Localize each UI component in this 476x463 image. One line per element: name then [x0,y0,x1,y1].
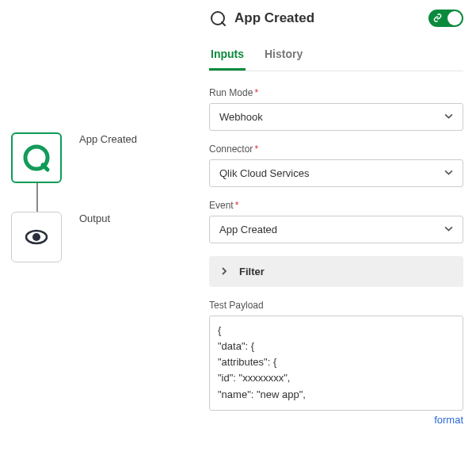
event-value: App Created [219,224,277,235]
format-link[interactable]: format [209,411,463,426]
qlik-icon [21,143,51,173]
connector-label-text: Connector [209,143,253,155]
event-select[interactable]: App Created [209,216,463,243]
connector-select[interactable]: Qlik Cloud Services [209,159,463,187]
qlik-icon-small [209,10,227,27]
filter-section[interactable]: Filter [209,256,463,287]
node-app-created-label: App Created [79,133,137,145]
field-connector: Connector* Qlik Cloud Services [209,143,463,187]
filter-label: Filter [239,266,265,277]
field-event: Event* App Created [209,200,463,243]
toggle-knob [447,11,462,25]
field-test-payload: Test Payload { "data": { "attributes": {… [209,300,463,426]
run-mode-select[interactable]: Webhook [209,103,463,131]
panel-title: App Created [234,10,421,26]
chevron-down-icon [444,112,453,122]
connector-line [36,183,38,212]
tab-inputs[interactable]: Inputs [209,41,246,71]
run-mode-label-text: Run Mode [209,87,253,98]
chevron-right-icon [220,267,228,277]
chevron-down-icon [444,168,453,178]
svg-point-3 [32,233,40,241]
required-indicator: * [235,200,239,211]
tab-history[interactable]: History [263,41,304,71]
properties-panel: App Created Inputs History Run Mode* Web… [198,0,474,463]
node-output[interactable] [11,212,62,262]
required-indicator: * [254,143,258,155]
event-label-text: Event [209,200,234,211]
chevron-down-icon [444,224,453,235]
node-app-created[interactable] [11,132,62,183]
connector-label: Connector* [209,143,463,155]
eye-icon [23,224,50,251]
workflow-canvas: App Created Output [0,0,198,463]
node-output-label: Output [79,212,110,224]
required-indicator: * [254,87,258,98]
run-mode-label: Run Mode* [209,87,463,98]
panel-header: App Created [209,10,463,27]
tabs: Inputs History [209,41,463,71]
run-mode-value: Webhook [219,111,263,123]
connector-value: Qlik Cloud Services [219,167,309,179]
test-payload-label: Test Payload [209,300,463,311]
field-run-mode: Run Mode* Webhook [209,87,463,131]
enabled-toggle[interactable] [428,10,463,27]
test-payload-textarea[interactable]: { "data": { "attributes": { "id": "xxxxx… [209,316,463,411]
link-icon [433,13,442,24]
event-label: Event* [209,200,463,211]
